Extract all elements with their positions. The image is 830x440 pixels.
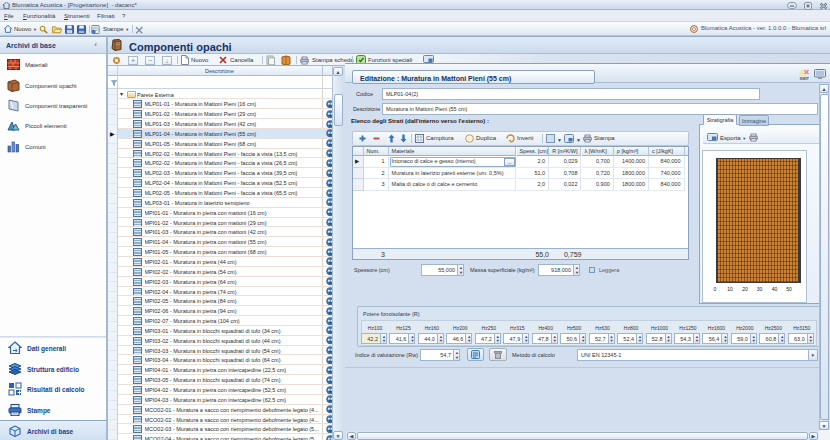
- svg-text:SMIT: SMIT: [800, 76, 810, 81]
